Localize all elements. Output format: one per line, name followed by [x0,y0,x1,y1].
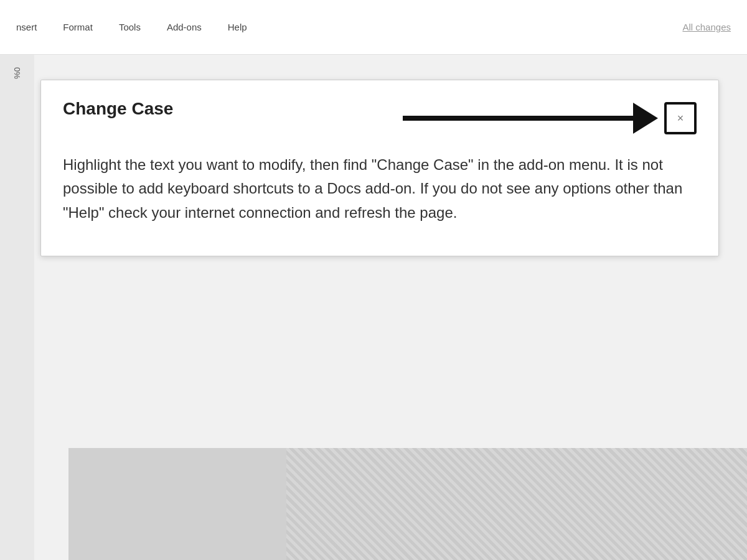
dialog-header: Change Case × [63,99,697,134]
menu-item-format[interactable]: Format [59,19,96,35]
blurred-strip [286,448,747,560]
arrow-shape [403,103,664,134]
menu-item-allchanges[interactable]: All changes [679,19,735,35]
zoom-label: 0% [12,67,22,79]
menu-item-help[interactable]: Help [224,19,251,35]
arrow-line [403,116,633,121]
menu-item-tools[interactable]: Tools [115,19,144,35]
left-sidebar: 0% [0,55,34,560]
menu-item-insert[interactable]: nsert [12,19,40,35]
close-button[interactable]: × [664,102,697,134]
dialog-title: Change Case [63,99,173,119]
arrow-head [633,103,658,134]
dialog-panel: Change Case × Highlight the text you wan… [40,80,719,256]
dialog-body: Highlight the text you want to modify, t… [63,153,697,225]
content-area: Change Case × Highlight the text you wan… [34,55,747,560]
menu-bar: nsert Format Tools Add-ons Help All chan… [0,0,747,55]
menu-item-addons[interactable]: Add-ons [163,19,205,35]
bottom-area [68,448,747,560]
arrow-close-container: × [403,102,697,134]
